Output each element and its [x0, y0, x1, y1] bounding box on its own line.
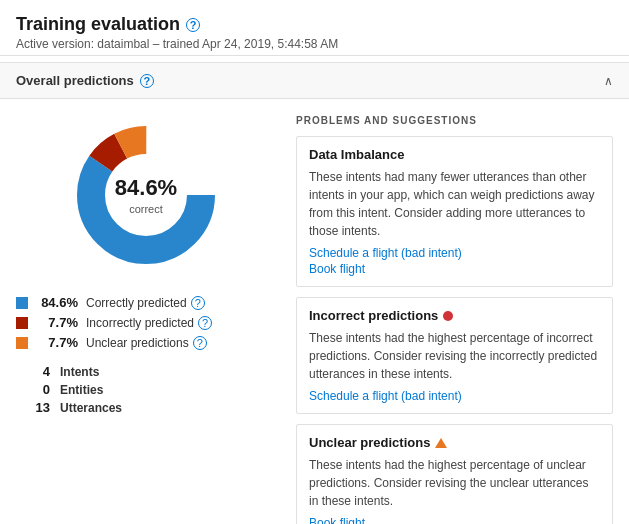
link-book-flight-1[interactable]: Book flight — [309, 262, 600, 276]
link-schedule-flight-1[interactable]: Schedule a flight (bad intent) — [309, 246, 600, 260]
main-content: 84.6% correct 84.6% Correctly predicted … — [0, 99, 629, 524]
legend-label-incorrect: Incorrectly predicted ? — [86, 316, 212, 330]
legend-color-red — [16, 317, 28, 329]
legend-label-correct: Correctly predicted ? — [86, 296, 205, 310]
donut-correct-label: correct — [129, 203, 163, 215]
card-text-incorrect: These intents had the highest percentage… — [309, 329, 600, 383]
stats-lbl-entities: Entities — [60, 383, 103, 397]
stats-num-utterances: 13 — [20, 400, 50, 415]
card-title-data-imbalance: Data Imbalance — [309, 147, 600, 162]
stats-lbl-intents: Intents — [60, 365, 99, 379]
problem-card-unclear: Unclear predictions These intents had th… — [296, 424, 613, 524]
donut-label: 84.6% correct — [115, 175, 177, 216]
section-title: Overall predictions ? — [16, 73, 154, 88]
legend-pct-unclear: 7.7% — [36, 335, 78, 350]
legend-help-incorrect[interactable]: ? — [198, 316, 212, 330]
page-header: Training evaluation ? Active version: da… — [0, 0, 629, 56]
stats-row-utterances: 13 Utterances — [20, 400, 276, 415]
stats-row-entities: 0 Entities — [20, 382, 276, 397]
section-help-icon[interactable]: ? — [140, 74, 154, 88]
legend-help-unclear[interactable]: ? — [193, 336, 207, 350]
stats-row-intents: 4 Intents — [20, 364, 276, 379]
page-subtitle: Active version: dataimbal – trained Apr … — [16, 37, 613, 51]
legend: 84.6% Correctly predicted ? 7.7% Incorre… — [16, 295, 276, 350]
section-header: Overall predictions ? ∧ — [0, 62, 629, 99]
link-schedule-flight-2[interactable]: Schedule a flight (bad intent) — [309, 389, 600, 403]
chart-container: 84.6% correct — [16, 115, 276, 275]
problem-card-incorrect: Incorrect predictions These intents had … — [296, 297, 613, 414]
legend-item-correct: 84.6% Correctly predicted ? — [16, 295, 276, 310]
donut-percentage: 84.6% — [115, 175, 177, 201]
section-title-text: Overall predictions — [16, 73, 134, 88]
card-title-unclear: Unclear predictions — [309, 435, 600, 450]
donut-chart: 84.6% correct — [66, 115, 226, 275]
problem-card-data-imbalance: Data Imbalance These intents had many fe… — [296, 136, 613, 287]
link-book-flight-2[interactable]: Book flight — [309, 516, 600, 524]
right-panel: PROBLEMS AND SUGGESTIONS Data Imbalance … — [296, 115, 613, 524]
left-panel: 84.6% correct 84.6% Correctly predicted … — [16, 115, 276, 524]
badge-red-icon — [443, 311, 453, 321]
card-text-data-imbalance: These intents had many fewer utterances … — [309, 168, 600, 240]
collapse-icon[interactable]: ∧ — [604, 74, 613, 88]
card-title-incorrect: Incorrect predictions — [309, 308, 600, 323]
legend-color-blue — [16, 297, 28, 309]
legend-label-unclear: Unclear predictions ? — [86, 336, 207, 350]
problems-section-title: PROBLEMS AND SUGGESTIONS — [296, 115, 613, 126]
title-text: Training evaluation — [16, 14, 180, 35]
badge-orange-icon — [435, 438, 447, 448]
title-help-icon[interactable]: ? — [186, 18, 200, 32]
legend-help-correct[interactable]: ? — [191, 296, 205, 310]
stats-table: 4 Intents 0 Entities 13 Utterances — [20, 364, 276, 415]
card-text-unclear: These intents had the highest percentage… — [309, 456, 600, 510]
legend-item-unclear: 7.7% Unclear predictions ? — [16, 335, 276, 350]
stats-lbl-utterances: Utterances — [60, 401, 122, 415]
legend-pct-correct: 84.6% — [36, 295, 78, 310]
stats-num-intents: 4 — [20, 364, 50, 379]
page-title: Training evaluation ? — [16, 14, 613, 35]
legend-item-incorrect: 7.7% Incorrectly predicted ? — [16, 315, 276, 330]
stats-num-entities: 0 — [20, 382, 50, 397]
legend-pct-incorrect: 7.7% — [36, 315, 78, 330]
legend-color-orange — [16, 337, 28, 349]
